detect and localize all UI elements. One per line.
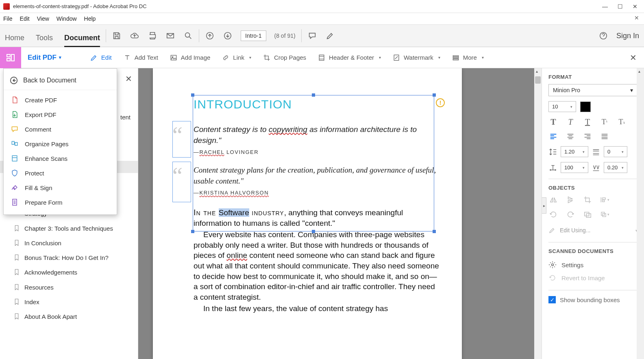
dropdown-create-pdf[interactable]: Create PDF	[4, 93, 117, 107]
tool-add-image[interactable]: Add Image	[164, 54, 216, 62]
selection-handle[interactable]	[191, 93, 194, 97]
dropdown-protect[interactable]: Protect	[4, 166, 117, 180]
minimize-button[interactable]: —	[602, 3, 608, 10]
menu-file[interactable]: File	[3, 15, 13, 22]
rotate-ccw-icon[interactable]	[548, 210, 558, 219]
panel-scrollbar[interactable]	[637, 68, 644, 359]
dropdown-prepare-form[interactable]: Prepare Form	[4, 195, 117, 210]
cloud-upload-icon[interactable]	[130, 31, 139, 41]
svg-point-1	[185, 33, 190, 37]
superscript-icon[interactable]: T¹	[600, 117, 609, 127]
tool-more[interactable]: More ▾	[446, 54, 490, 62]
bookmark-item[interactable]: About A Book Apart	[0, 309, 138, 324]
vertical-scrollbar[interactable]	[534, 68, 542, 359]
replace-image-icon[interactable]	[583, 210, 592, 219]
bold-icon[interactable]: T	[548, 117, 558, 127]
quote-block-2: “ Content strategy plans for the creatio…	[194, 165, 439, 196]
bookmarks-panel: ✕ Back to Document Create PDF Export PDF…	[0, 68, 138, 359]
dropdown-organize-pages[interactable]: Organize Pages	[4, 136, 117, 151]
align-right-icon[interactable]	[583, 132, 592, 141]
tool-add-text[interactable]: Add Text	[117, 54, 164, 62]
dropdown-export-pdf[interactable]: Export PDF	[4, 107, 117, 122]
thumbnails-toggle[interactable]	[0, 47, 21, 68]
dropdown-fill-sign[interactable]: Fill & Sign	[4, 180, 117, 195]
highlight-pen-icon[interactable]	[325, 31, 335, 41]
caret-down-icon: ▾	[249, 55, 251, 60]
prev-page-icon[interactable]	[205, 31, 215, 41]
print-icon[interactable]	[148, 31, 157, 41]
page-number-input[interactable]: Intro-1	[241, 30, 266, 41]
dropdown-enhance-scans[interactable]: Enhance Scans	[4, 151, 117, 166]
align-justify-icon[interactable]	[600, 132, 609, 141]
comment-icon[interactable]	[307, 31, 317, 41]
align-objects-icon[interactable]: ▾	[600, 195, 609, 205]
tab-tools[interactable]: Tools	[36, 34, 53, 47]
maximize-button[interactable]: ☐	[618, 3, 623, 10]
italic-icon[interactable]: T	[566, 117, 575, 127]
warning-badge-icon[interactable]: !	[436, 98, 445, 107]
flip-vertical-icon[interactable]	[566, 195, 575, 205]
tool-link[interactable]: Link ▾	[216, 54, 257, 62]
edit-pdf-dropdown[interactable]: Edit PDF ▾	[21, 54, 68, 62]
menu-help[interactable]: Help	[84, 15, 96, 22]
font-size-input[interactable]: 10▾	[548, 101, 576, 112]
settings-button[interactable]: Settings	[548, 258, 637, 271]
tool-header-footer[interactable]: Header & Footer ▾	[312, 54, 387, 62]
collapse-right-panel[interactable]: ▸	[542, 197, 546, 214]
text-color-swatch[interactable]	[580, 102, 591, 112]
svg-rect-17	[15, 143, 17, 146]
help-icon[interactable]	[598, 31, 608, 41]
tool-watermark[interactable]: Watermark ▾	[387, 54, 446, 62]
bookmark-item[interactable]: Resources	[0, 280, 138, 295]
horizontal-scale-input[interactable]: 100▾	[561, 162, 588, 173]
selection-handle[interactable]	[433, 230, 436, 233]
menu-edit[interactable]: Edit	[20, 15, 30, 22]
underline-icon[interactable]: T	[583, 117, 592, 127]
tab-home[interactable]: Home	[5, 34, 24, 47]
close-bookmarks-icon[interactable]: ✕	[125, 74, 132, 84]
para-space-input[interactable]: 0▾	[604, 146, 627, 157]
save-icon[interactable]	[112, 31, 122, 41]
flip-horizontal-icon[interactable]	[548, 195, 558, 205]
rotate-cw-icon[interactable]	[566, 210, 575, 219]
char-spacing-input[interactable]: 0.20▾	[604, 162, 627, 173]
tool-crop-pages[interactable]: Crop Pages	[257, 54, 312, 62]
back-to-document[interactable]: Back to Document	[4, 73, 117, 90]
crop-object-icon[interactable]	[583, 195, 592, 205]
subscript-icon[interactable]: T₁	[617, 117, 627, 127]
svg-rect-12	[453, 56, 458, 57]
menu-window[interactable]: Window	[57, 15, 77, 22]
bookmark-item[interactable]: Acknowledgements	[0, 265, 138, 280]
selection-handle[interactable]	[312, 230, 315, 233]
selection-handle[interactable]	[191, 230, 194, 233]
mail-icon[interactable]	[165, 31, 175, 41]
align-left-icon[interactable]	[548, 132, 558, 141]
edit-using-dropdown[interactable]: Edit Using... ▾	[548, 224, 637, 236]
menu-view[interactable]: View	[37, 15, 49, 22]
align-center-icon[interactable]	[566, 132, 575, 141]
pdf-page[interactable]: ! INTRODUCTION “ Content strategy is to …	[153, 68, 462, 359]
search-icon[interactable]	[183, 31, 193, 41]
selection-handle[interactable]	[312, 93, 315, 97]
dropdown-comment[interactable]: Comment	[4, 122, 117, 136]
bookmark-item[interactable]: In Conclusion	[0, 236, 138, 251]
font-dropdown[interactable]: Minion Pro ▾	[548, 84, 637, 96]
close-edit-toolbar[interactable]: ✕	[622, 53, 644, 63]
svg-rect-14	[453, 59, 458, 60]
tool-edit[interactable]: Edit	[84, 54, 117, 62]
sign-in-button[interactable]: Sign In	[616, 32, 639, 40]
tab-document[interactable]: Document	[64, 34, 100, 47]
bookmark-item[interactable]: Chapter 3: Tools and Techniques	[0, 221, 138, 236]
line-height-input[interactable]: 1.20▾	[561, 146, 588, 157]
arrange-icon[interactable]: ▾	[600, 210, 609, 219]
selection-handle[interactable]	[433, 93, 436, 97]
show-bounding-boxes-checkbox[interactable]: ✓ Show bounding boxes	[548, 296, 637, 303]
format-panel: ▸ FORMAT Minion Pro ▾ 10▾ T T T T¹ T₁ 1.…	[542, 68, 644, 359]
close-doc-icon[interactable]: ✕	[634, 15, 639, 21]
document-canvas[interactable]: ! INTRODUCTION “ Content strategy is to …	[138, 68, 542, 359]
next-page-icon[interactable]	[223, 31, 233, 41]
caret-down-icon: ▾	[482, 55, 484, 60]
bookmark-item[interactable]: Index	[0, 295, 138, 309]
bookmark-item[interactable]: Bonus Track: How Do I Get In?	[0, 251, 138, 265]
close-window-button[interactable]: ✕	[633, 3, 637, 10]
